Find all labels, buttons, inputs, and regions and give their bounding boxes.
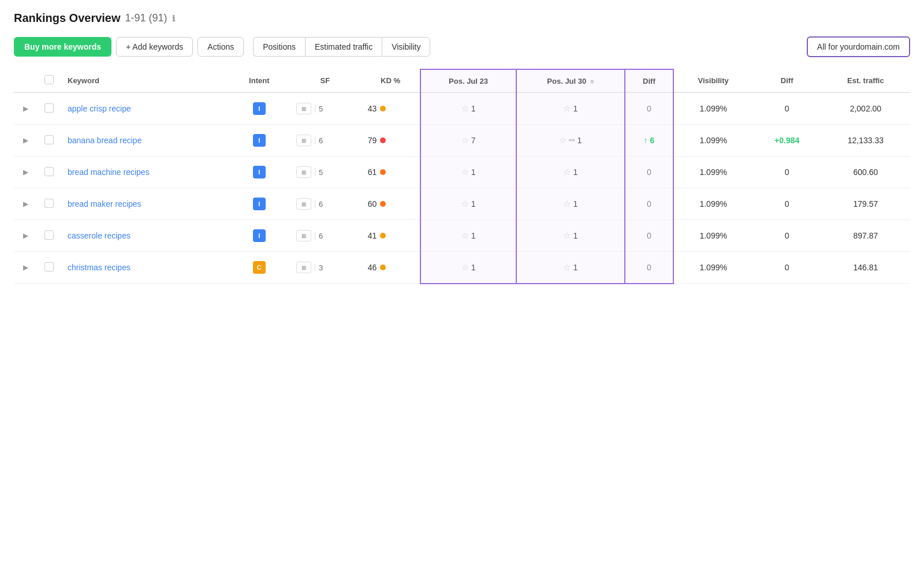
row-checkbox[interactable]: [44, 167, 54, 176]
diff-value: 0: [647, 104, 651, 113]
pos-jul23-value: 1: [471, 231, 476, 240]
kd-dot: [380, 169, 386, 175]
expand-cell[interactable]: ▶: [14, 125, 38, 157]
expand-button[interactable]: ▶: [21, 167, 31, 177]
est-traffic-cell: 179.57: [821, 188, 910, 220]
keyword-link[interactable]: christmas recipes: [68, 263, 131, 272]
pos-jul30-cell: ☆ 1: [516, 92, 625, 125]
intent-badge: I: [253, 166, 266, 178]
tab-visibility[interactable]: Visibility: [382, 37, 430, 57]
est-traffic-cell: 897.87: [821, 220, 910, 252]
domain-filter-button[interactable]: All for yourdomain.com: [807, 36, 910, 57]
intent-cell: C: [229, 252, 290, 284]
checkbox-cell[interactable]: [38, 157, 61, 188]
keyword-link[interactable]: casserole recipes: [68, 231, 131, 240]
col-sf: SF: [289, 69, 361, 92]
table-row: ▶ christmas recipes C ⊞ 3 46 ☆: [14, 252, 910, 284]
col-keyword: Keyword: [61, 69, 229, 92]
row-checkbox[interactable]: [44, 135, 54, 144]
keyword-link[interactable]: banana bread recipe: [68, 136, 141, 145]
sf-cell: ⊞ 5: [289, 157, 361, 188]
tab-positions[interactable]: Positions: [253, 37, 305, 57]
pos-jul30-cell: ☆ 1: [516, 252, 625, 284]
expand-button[interactable]: ▶: [21, 199, 31, 209]
visibility-value: 1.099%: [699, 168, 726, 177]
pos-jul30-cell: ☆⚯ 1: [516, 125, 625, 157]
pos-jul23-cell: ☆ 7: [420, 125, 516, 157]
diff-cell: 0: [625, 157, 673, 188]
table-row: ▶ bread maker recipes I ⊞ 6 60 ☆: [14, 188, 910, 220]
table-header-row: Keyword Intent SF KD % Pos. Jul 23: [14, 69, 910, 92]
pos-jul30-value: 1: [573, 263, 578, 272]
star-icon: ☆: [461, 103, 469, 114]
buy-keywords-button[interactable]: Buy more keywords: [14, 37, 111, 57]
col-pos-jul23[interactable]: Pos. Jul 23: [420, 69, 516, 92]
sf-divider: [315, 232, 315, 240]
actions-button[interactable]: Actions: [198, 37, 244, 57]
star-icon: ☆: [563, 199, 571, 209]
expand-cell[interactable]: ▶: [14, 92, 38, 125]
sf-count: 6: [319, 232, 323, 240]
row-checkbox[interactable]: [44, 103, 54, 113]
table-row: ▶ apple crisp recipe I ⊞ 5 43 ☆: [14, 92, 910, 125]
intent-cell: I: [229, 157, 290, 188]
keyword-link[interactable]: bread maker recipes: [68, 199, 141, 209]
visibility-cell: 1.099%: [673, 157, 753, 188]
pos-jul30-value: 1: [573, 199, 578, 209]
visibility-value: 1.099%: [699, 104, 726, 113]
expand-button[interactable]: ▶: [21, 103, 31, 114]
pos-jul23-value: 1: [471, 104, 476, 113]
pos-jul30-value: 1: [577, 136, 582, 145]
pos-jul30-value: 1: [573, 168, 578, 177]
table-body: ▶ apple crisp recipe I ⊞ 5 43 ☆: [14, 92, 910, 284]
vis-diff-cell: 0: [753, 188, 821, 220]
sf-divider: [315, 168, 315, 176]
col-visibility: Visibility: [673, 69, 753, 92]
table-row: ▶ bread machine recipes I ⊞ 5 61 ☆: [14, 157, 910, 188]
expand-cell[interactable]: ▶: [14, 252, 38, 284]
row-checkbox[interactable]: [44, 230, 54, 240]
checkbox-cell[interactable]: [38, 92, 61, 125]
row-checkbox[interactable]: [44, 199, 54, 208]
pos-jul30-value: 1: [573, 231, 578, 240]
sf-count: 6: [319, 136, 323, 145]
visibility-value: 1.099%: [699, 136, 726, 145]
diff-value: 0: [647, 263, 651, 272]
intent-badge: I: [253, 198, 266, 210]
row-checkbox[interactable]: [44, 262, 54, 271]
expand-cell[interactable]: ▶: [14, 157, 38, 188]
kd-value: 79: [368, 136, 377, 145]
visibility-value: 1.099%: [699, 199, 726, 209]
checkbox-cell[interactable]: [38, 252, 61, 284]
checkbox-cell[interactable]: [38, 220, 61, 252]
visibility-diff: 0: [785, 263, 789, 272]
sort-icon[interactable]: ≡: [590, 78, 594, 85]
kd-dot: [380, 201, 386, 207]
col-pos-jul30[interactable]: Pos. Jul 30 ≡: [516, 69, 625, 92]
info-icon[interactable]: ℹ: [172, 14, 175, 23]
expand-button[interactable]: ▶: [21, 262, 31, 273]
intent-badge: I: [253, 134, 266, 147]
sf-divider: [315, 105, 315, 113]
keyword-link[interactable]: bread machine recipes: [68, 168, 150, 177]
header-checkbox[interactable]: [44, 75, 54, 84]
visibility-cell: 1.099%: [673, 188, 753, 220]
rankings-table-wrapper: Keyword Intent SF KD % Pos. Jul 23: [14, 69, 910, 284]
select-all-header[interactable]: [38, 69, 61, 92]
expand-cell[interactable]: ▶: [14, 220, 38, 252]
add-keywords-button[interactable]: + Add keywords: [116, 37, 193, 57]
col-kd: KD %: [361, 69, 421, 92]
expand-button[interactable]: ▶: [21, 230, 31, 241]
expand-cell[interactable]: ▶: [14, 188, 38, 220]
keyword-link[interactable]: apple crisp recipe: [68, 104, 131, 113]
pos-jul30-cell: ☆ 1: [516, 220, 625, 252]
sf-icon: ⊞: [296, 135, 311, 146]
star-icon: ☆: [461, 167, 469, 177]
checkbox-cell[interactable]: [38, 188, 61, 220]
tab-estimated-traffic[interactable]: Estimated traffic: [305, 37, 382, 57]
checkbox-cell[interactable]: [38, 125, 61, 157]
star-icon: ☆: [563, 262, 571, 273]
diff-cell: 0: [625, 92, 673, 125]
expand-button[interactable]: ▶: [21, 135, 31, 146]
pos-jul23-cell: ☆ 1: [420, 252, 516, 284]
